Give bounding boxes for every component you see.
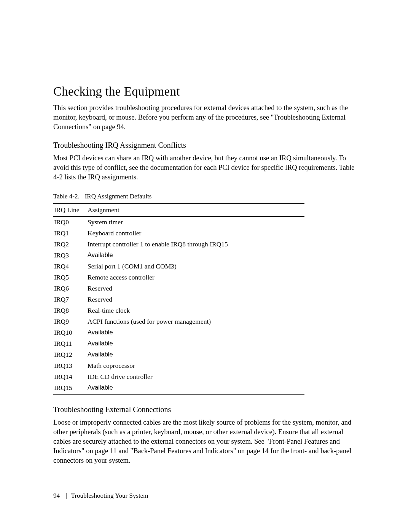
page-title: Checking the Equipment: [53, 85, 358, 99]
table-row: IRQ1Keyboard controller: [53, 228, 304, 239]
irq-line-cell: IRQ5: [53, 272, 87, 283]
ext-section-heading: Troubleshooting External Connections: [53, 405, 358, 414]
irq-line-cell: IRQ12: [53, 349, 87, 360]
irq-section-paragraph: Most PCI devices can share an IRQ with a…: [53, 153, 358, 182]
irq-line-cell: IRQ14: [53, 371, 87, 382]
table-header-irq: IRQ Line: [53, 203, 87, 216]
table-row: IRQ5Remote access controller: [53, 272, 304, 283]
irq-line-cell: IRQ13: [53, 360, 87, 371]
irq-assignment-cell: Available: [87, 338, 304, 349]
irq-line-cell: IRQ11: [53, 338, 87, 349]
table-row: IRQ0System timer: [53, 216, 304, 228]
irq-assignment-cell: Available: [87, 250, 304, 261]
irq-line-cell: IRQ6: [53, 283, 87, 294]
irq-assignment-cell: Keyboard controller: [87, 228, 304, 239]
table-row: IRQ4Serial port 1 (COM1 and COM3): [53, 261, 304, 272]
table-header-assignment: Assignment: [87, 203, 304, 216]
irq-line-cell: IRQ2: [53, 239, 87, 250]
footer-section-title: Troubleshooting Your System: [71, 492, 148, 499]
irq-assignment-cell: Available: [87, 382, 304, 395]
document-page: Checking the Equipment This section prov…: [0, 0, 411, 532]
table-row: IRQ12Available: [53, 349, 304, 360]
table-row: IRQ3Available: [53, 250, 304, 261]
irq-line-cell: IRQ10: [53, 327, 87, 338]
irq-assignment-cell: Reserved: [87, 294, 304, 305]
table-row: IRQ7Reserved: [53, 294, 304, 305]
irq-assignment-cell: ACPI functions (used for power managemen…: [87, 316, 304, 327]
irq-line-cell: IRQ1: [53, 228, 87, 239]
table-row: IRQ13Math coprocessor: [53, 360, 304, 371]
page-footer: 94 | Troubleshooting Your System: [53, 492, 148, 500]
irq-assignment-cell: Serial port 1 (COM1 and COM3): [87, 261, 304, 272]
table-row: IRQ14IDE CD drive controller: [53, 371, 304, 382]
irq-section-heading: Troubleshooting IRQ Assignment Conflicts: [53, 141, 358, 150]
irq-line-cell: IRQ9: [53, 316, 87, 327]
irq-assignment-cell: Math coprocessor: [87, 360, 304, 371]
irq-assignment-cell: Available: [87, 327, 304, 338]
table-caption-title: IRQ Assignment Defaults: [85, 193, 152, 200]
table-row: IRQ11Available: [53, 338, 304, 349]
ext-section-paragraph: Loose or improperly connected cables are…: [53, 418, 358, 465]
table-header-row: IRQ Line Assignment: [53, 203, 304, 216]
table-caption: Table 4-2. IRQ Assignment Defaults: [53, 193, 358, 200]
intro-paragraph: This section provides troubleshooting pr…: [53, 103, 358, 132]
table-row: IRQ9ACPI functions (used for power manag…: [53, 316, 304, 327]
irq-line-cell: IRQ3: [53, 250, 87, 261]
irq-assignment-cell: System timer: [87, 216, 304, 228]
irq-line-cell: IRQ8: [53, 305, 87, 316]
irq-line-cell: IRQ7: [53, 294, 87, 305]
irq-assignment-cell: Interrupt controller 1 to enable IRQ8 th…: [87, 239, 304, 250]
table-row: IRQ10Available: [53, 327, 304, 338]
table-row: IRQ15Available: [53, 382, 304, 395]
irq-line-cell: IRQ15: [53, 382, 87, 395]
table-row: IRQ8Real-time clock: [53, 305, 304, 316]
irq-table: IRQ Line Assignment IRQ0System timerIRQ1…: [53, 203, 304, 395]
table-caption-label: Table 4-2.: [53, 193, 80, 200]
irq-assignment-cell: IDE CD drive controller: [87, 371, 304, 382]
irq-line-cell: IRQ0: [53, 216, 87, 228]
irq-assignment-cell: Reserved: [87, 283, 304, 294]
irq-assignment-cell: Real-time clock: [87, 305, 304, 316]
page-number: 94: [53, 492, 60, 499]
table-row: IRQ6Reserved: [53, 283, 304, 294]
irq-line-cell: IRQ4: [53, 261, 87, 272]
footer-separator: |: [66, 492, 67, 499]
irq-assignment-cell: Available: [87, 349, 304, 360]
table-row: IRQ2Interrupt controller 1 to enable IRQ…: [53, 239, 304, 250]
irq-assignment-cell: Remote access controller: [87, 272, 304, 283]
